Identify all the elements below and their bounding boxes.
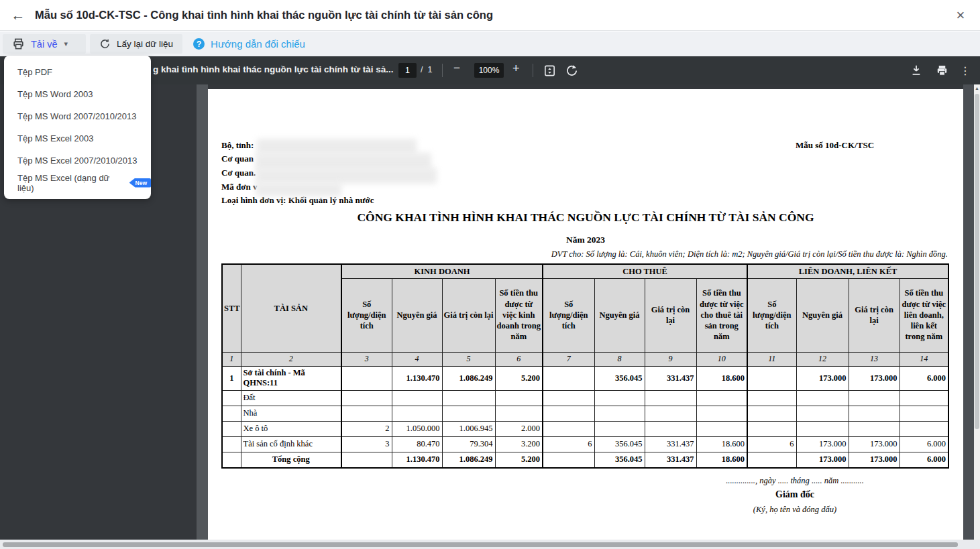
asset-name-cell: Tài sản cố định khác [241, 436, 341, 452]
zoom-out-button[interactable]: − [453, 62, 460, 75]
vertical-scrollbar[interactable]: ▲ ▼ [974, 84, 980, 549]
printer-icon [12, 38, 25, 50]
fit-page-button[interactable] [542, 63, 557, 78]
col-sub-header: Giá trị còn lại [849, 278, 900, 352]
stt-cell [222, 436, 241, 452]
value-cell [747, 390, 796, 406]
value-cell [392, 390, 442, 406]
col-header-asset: TÀI SẢN [241, 264, 341, 352]
zoom-in-button[interactable]: + [512, 62, 520, 76]
value-cell: 5.200 [495, 366, 543, 390]
col-index-cell: 13 [849, 352, 900, 366]
print-icon [936, 64, 948, 77]
col-index-cell: 1 [222, 352, 241, 366]
value-cell [543, 406, 594, 421]
stt-cell: 1 [222, 366, 241, 390]
page-number-input[interactable]: 1 [398, 63, 417, 78]
menu-item[interactable]: Tệp MS Excel 2007/2010/2013 [4, 149, 151, 172]
value-cell [645, 390, 696, 406]
value-cell [796, 421, 849, 436]
signer-title: Giám đốc [624, 489, 966, 500]
pdf-download-button[interactable] [909, 63, 924, 78]
download-menu: Tệp PDFTệp MS Word 2003Tệp MS Word 2007/… [4, 56, 151, 199]
value-cell: 79.304 [442, 436, 495, 452]
col-sub-header: Số lượng/diện tích [747, 278, 796, 352]
value-cell: 1.130.470 [392, 452, 442, 468]
value-cell: 18.600 [696, 436, 747, 452]
scroll-up-arrow[interactable]: ▲ [974, 86, 980, 90]
asset-name-cell: Sở tài chính - Mã QHNS:11 [241, 366, 341, 390]
app-titlebar: ← Mẫu số 10d-CK-TSC - Công khai tình hìn… [0, 0, 980, 31]
col-header-stt: STT [222, 264, 241, 352]
menu-item-label: Tệp MS Excel 2007/2010/2013 [17, 156, 138, 166]
value-cell [543, 452, 594, 468]
value-cell: 18.600 [696, 366, 747, 390]
document-year: Năm 2023 [208, 235, 963, 245]
value-cell: 173.000 [849, 452, 900, 468]
download-icon [910, 64, 922, 76]
download-button[interactable]: Tải về ▾ [3, 34, 86, 54]
more-options-button[interactable]: ⋮ [958, 63, 973, 78]
col-sub-header: Số tiền thu được từ việc liên doanh, liê… [900, 278, 948, 352]
asset-name-cell: Nhà [241, 406, 341, 421]
value-cell [442, 390, 495, 406]
doc-header-line: Cơ quan [221, 154, 254, 164]
zoom-level-input[interactable]: 100% [474, 63, 504, 78]
document-page: Mẫu số 10d-CK/TSC Bộ, tỉnh: Cơ quan Cơ q… [208, 89, 963, 540]
signature-block: .............., ngày ..... tháng ..... n… [624, 476, 966, 515]
col-index-cell: 2 [241, 352, 341, 366]
close-icon: × [957, 7, 965, 24]
col-sub-header: Số lượng/diện tích [341, 278, 392, 352]
document-title: CÔNG KHAI TÌNH HÌNH KHAI THÁC NGUỒN LỰC … [208, 210, 963, 225]
page-count-label: / 1 [421, 65, 432, 74]
rotate-button[interactable] [564, 63, 579, 78]
menu-item[interactable]: Tệp MS Excel 2003 [4, 127, 151, 149]
col-index-cell: 12 [796, 352, 849, 366]
value-cell: 173.000 [796, 436, 849, 452]
value-cell: 1.006.945 [442, 421, 495, 436]
col-sub-header: Giá trị còn lại [645, 278, 696, 352]
viewer-gutter-right [963, 84, 974, 540]
col-sub-header: Số tiền thu được từ việc cho thuê tài sả… [696, 278, 747, 352]
refresh-button-label: Lấy lại dữ liệu [117, 39, 173, 49]
refresh-button[interactable]: Lấy lại dữ liệu [90, 34, 182, 54]
page-title: Mẫu số 10d-CK-TSC - Công khai tình hình … [35, 9, 493, 21]
value-cell [696, 406, 747, 421]
value-cell: 331.437 [645, 366, 696, 390]
menu-item[interactable]: Tệp PDF [4, 61, 151, 83]
col-sub-header: Giá trị còn lại [442, 278, 495, 352]
col-index-cell: 10 [696, 352, 747, 366]
back-button[interactable]: ← [7, 4, 30, 27]
menu-item[interactable]: Tệp MS Excel (dạng dữ liệu)New [4, 172, 151, 194]
value-cell: 80.470 [392, 436, 442, 452]
pdf-print-button[interactable] [934, 63, 949, 78]
value-cell: 173.000 [849, 366, 900, 390]
col-sub-header: Số lượng/diện tích [543, 278, 594, 352]
total-label-cell: Tổng cộng [241, 452, 341, 468]
help-link-label: Hướng dẫn đối chiếu [211, 38, 305, 50]
value-cell [341, 406, 392, 421]
help-link[interactable]: ? Hướng dẫn đối chiếu [193, 38, 305, 50]
table-row: Xe ô tô21.050.0001.006.9452.000 [222, 421, 948, 436]
kebab-menu-icon: ⋮ [960, 64, 971, 77]
value-cell [341, 390, 392, 406]
value-cell [442, 406, 495, 421]
back-icon: ← [11, 7, 25, 23]
col-sub-header: Nguyên giá [796, 278, 849, 352]
doc-header-line: Cơ quan. [221, 168, 256, 178]
doc-header-line: Bộ, tỉnh: [221, 140, 254, 151]
menu-item-label: Tệp MS Word 2003 [17, 89, 93, 99]
value-cell [495, 406, 543, 421]
horizontal-scrollbar-thumb[interactable] [3, 542, 958, 547]
menu-item[interactable]: Tệp MS Word 2007/2010/2013 [4, 105, 151, 127]
value-cell [495, 390, 543, 406]
menu-item[interactable]: Tệp MS Word 2003 [4, 83, 151, 105]
value-cell [543, 366, 594, 390]
value-cell: 173.000 [796, 366, 849, 390]
col-sub-header: Nguyên giá [392, 278, 442, 352]
toolbar-divider [442, 64, 443, 77]
close-button[interactable]: × [950, 5, 971, 25]
horizontal-scrollbar[interactable] [0, 540, 980, 549]
chevron-down-icon: ▾ [64, 40, 68, 48]
vertical-scrollbar-thumb[interactable] [975, 94, 979, 429]
